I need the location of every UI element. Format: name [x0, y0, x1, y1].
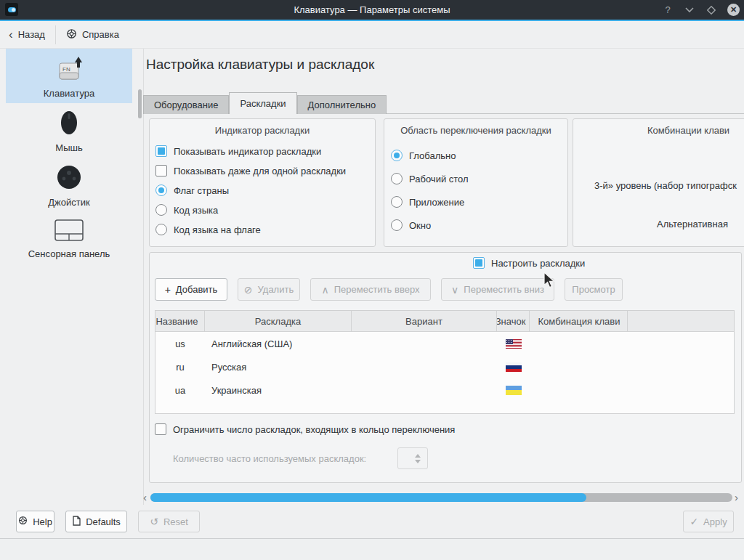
sidebar-item-keyboard[interactable]: FN Клавиатура: [6, 49, 132, 103]
back-button[interactable]: ‹ Назад: [0, 25, 54, 45]
col-header-shortcut[interactable]: Комбинация клави: [530, 311, 628, 331]
layouts-table[interactable]: Название Раскладка Вариант Значок Комбин…: [155, 310, 735, 414]
reset-button[interactable]: ↺ Reset: [138, 511, 200, 532]
groupbox-title: Комбинации клави: [647, 125, 729, 136]
ua-flag-icon: [506, 386, 522, 395]
cell-flag: [497, 339, 530, 349]
sidebar-item-touchpad[interactable]: Сенсорная панель: [6, 212, 132, 264]
button-label: Переместить вниз: [464, 284, 544, 295]
horizontal-scrollbar-handle[interactable]: [150, 493, 586, 502]
forbidden-icon: ⊘: [244, 285, 253, 295]
add-button[interactable]: + Добавить: [155, 278, 227, 301]
checkbox-limit-layouts[interactable]: Ограничить число раскладок, входящих в к…: [155, 423, 455, 435]
table-row-us[interactable]: us Английская (США): [155, 332, 734, 355]
sidebar-scrollbar[interactable]: [138, 89, 142, 118]
groupbox-title: Область переключения раскладки: [384, 125, 567, 136]
radio-code-on-flag[interactable]: Код языка на флаге: [155, 224, 346, 235]
radio-global[interactable]: Глобально: [391, 150, 469, 161]
us-flag-icon: [506, 339, 522, 349]
groupbox-shortcuts: Комбинации клави 3-й» уровень (набор тип…: [573, 118, 744, 247]
scroll-left-icon[interactable]: ‹: [143, 491, 147, 503]
close-icon[interactable]: ✕: [727, 4, 740, 16]
help-label: Справка: [82, 29, 119, 40]
spin-down-icon[interactable]: [415, 460, 421, 463]
lifebuoy-icon: [18, 516, 28, 527]
button-label: Удалить: [258, 284, 294, 295]
radio-country-flag[interactable]: Флаг страны: [155, 184, 346, 196]
shortcut-label-alternative: Альтернативная: [657, 219, 728, 230]
radio-application[interactable]: Приложение: [391, 196, 469, 208]
keyboard-icon: FN: [54, 54, 84, 85]
ru-flag-icon: [506, 362, 522, 372]
minimize-icon[interactable]: [684, 4, 695, 16]
cell-name: ru: [155, 362, 205, 373]
tab-advanced[interactable]: Дополнительно: [297, 95, 387, 114]
sidebar-item-mouse[interactable]: Мышь: [6, 103, 132, 158]
spin-label: Количество часто используемых раскладок:: [173, 453, 366, 464]
checkbox-show-single[interactable]: Показывать даже для одной раскладки: [155, 165, 346, 176]
sidebar-item-label: Клавиатура: [44, 88, 94, 99]
cell-flag: [497, 386, 530, 395]
radio-icon: [391, 219, 403, 231]
option-label: Глобально: [409, 150, 456, 161]
shortcut-label-3rd-level: 3-й» уровень (набор типографск: [594, 180, 737, 191]
preview-button[interactable]: Просмотр: [565, 278, 623, 301]
groupbox-title: Индикатор раскладки: [150, 125, 375, 136]
app-icon: [5, 3, 18, 16]
col-header-empty: [628, 311, 734, 331]
checkbox-show-indicator[interactable]: Показывать индикатор раскладки: [155, 145, 346, 157]
radio-language-code[interactable]: Код языка: [155, 204, 346, 216]
radio-icon: [155, 204, 167, 216]
option-label: Код языка на флаге: [174, 224, 261, 235]
table-row-ua[interactable]: ua Украинская: [155, 378, 734, 402]
col-header-layout[interactable]: Раскладка: [205, 311, 352, 331]
move-down-button[interactable]: ∨ Переместить вниз: [441, 278, 554, 301]
radio-desktop[interactable]: Рабочий стол: [391, 173, 469, 184]
check-icon: ✓: [690, 516, 698, 527]
desktop: Клавиатура — Параметры системы ? ✕ ‹ Наз…: [0, 0, 744, 560]
cell-flag: [497, 362, 530, 372]
apply-button[interactable]: ✓ Apply: [683, 511, 734, 532]
option-label: Рабочий стол: [409, 174, 469, 184]
window-titlebar[interactable]: Клавиатура — Параметры системы ? ✕: [0, 0, 744, 20]
button-label: Defaults: [86, 516, 121, 527]
help-icon[interactable]: ?: [662, 4, 674, 16]
table-row-ru[interactable]: ru Русская: [155, 355, 734, 378]
back-label: Назад: [18, 29, 45, 40]
col-header-name[interactable]: Название: [155, 311, 205, 331]
joystick-icon: [54, 163, 84, 194]
checkbox-configure-layouts[interactable]: Настроить раскладки: [473, 257, 585, 269]
radio-window[interactable]: Окно: [391, 219, 469, 231]
svg-text:FN: FN: [62, 66, 70, 73]
option-label: Окно: [409, 220, 431, 231]
layout-count-spinbox[interactable]: [397, 447, 428, 469]
defaults-button[interactable]: Defaults: [65, 511, 127, 532]
tab-hardware[interactable]: Оборудование: [143, 95, 229, 114]
cell-name: us: [155, 338, 205, 349]
cell-layout: Русская: [205, 362, 352, 373]
button-label: Help: [33, 516, 52, 527]
plus-icon: +: [165, 285, 171, 295]
sidebar-item-joystick[interactable]: Джойстик: [6, 158, 132, 212]
button-label: Переместить вверх: [334, 284, 420, 295]
toolbar-separator: [55, 25, 56, 44]
sidebar: FN Клавиатура Мышь Джойстик Сенсорная па…: [0, 49, 144, 505]
mouse-cursor: [543, 272, 555, 291]
option-label: Код языка: [174, 205, 218, 216]
scroll-right-icon[interactable]: ›: [735, 491, 738, 503]
col-header-icon[interactable]: Значок: [497, 311, 530, 331]
button-label: Apply: [703, 516, 727, 527]
col-header-variant[interactable]: Вариант: [352, 311, 497, 331]
move-up-button[interactable]: ∧ Переместить вверх: [310, 278, 431, 301]
maximize-icon[interactable]: [705, 4, 717, 16]
spin-up-icon[interactable]: [415, 454, 421, 458]
help-footer-button[interactable]: Help: [16, 511, 54, 532]
groupbox-layout-indicator: Индикатор раскладки Показывать индикатор…: [149, 118, 376, 247]
radio-icon: [391, 173, 403, 184]
checkbox-icon: [155, 423, 166, 435]
remove-button[interactable]: ⊘ Удалить: [238, 278, 300, 301]
button-label: Reset: [163, 516, 188, 527]
chevron-down-icon: ∨: [451, 285, 458, 295]
tab-layouts[interactable]: Раскладки: [229, 92, 296, 114]
help-button[interactable]: Справка: [57, 25, 128, 45]
